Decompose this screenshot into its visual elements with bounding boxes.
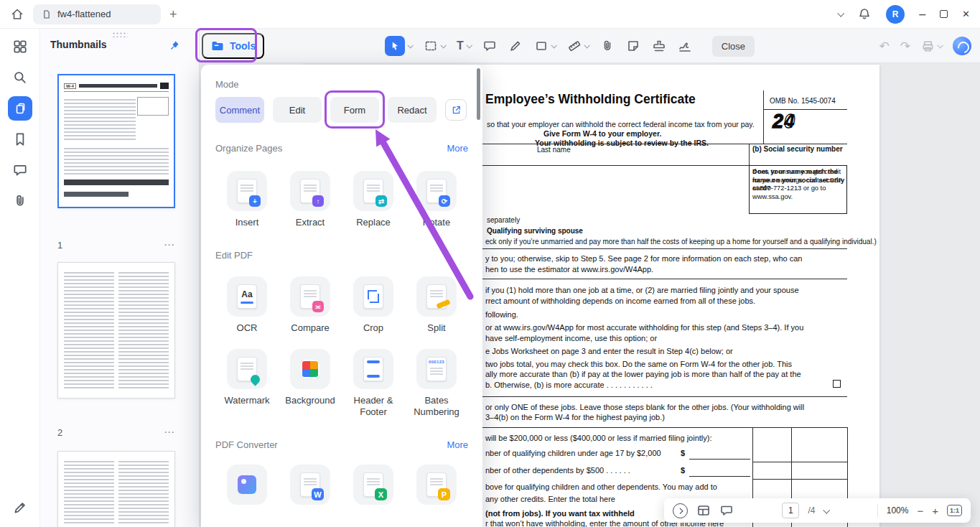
tool-background[interactable]: Background [279,349,342,419]
new-tab-button[interactable]: + [169,8,177,21]
tool-split[interactable]: Split [405,276,468,334]
app-window: fw4-flattened + R – ✕ [0,0,980,527]
signature-tool[interactable] [678,39,692,53]
apps-grid-icon[interactable] [12,39,28,55]
stamp-tool[interactable] [652,39,666,53]
thumbnails-panel: Thumbnails W-4 1 ⋯ 2 ⋯ [40,29,200,527]
attachments-icon[interactable] [12,193,28,209]
zoom-out-button[interactable]: − [917,505,923,517]
pin-icon[interactable] [167,39,180,52]
document-icon [42,9,52,19]
ai-assistant-icon[interactable] [953,37,971,55]
tool-header-footer[interactable]: Header & Footer [342,349,405,419]
tool-pdf-to-word[interactable]: W [279,465,342,505]
toolbar-right-group: ↶ ↷ [879,29,972,63]
search-icon[interactable] [12,70,28,85]
organize-pages-more-link[interactable]: More [447,143,468,154]
comment-tool[interactable] [482,39,497,53]
open-in-new-window-button[interactable] [445,99,467,121]
tool-compare[interactable]: ≍ Compare [279,276,342,334]
comments-panel-icon[interactable] [12,162,28,178]
tool-pdf-to-image[interactable] [215,465,279,505]
tool-insert[interactable]: + Insert [215,171,279,228]
extract-icon: ↑ [300,179,320,203]
snapshot-tool[interactable] [424,39,445,53]
replace-icon: ⇄ [363,179,383,203]
panel-scrollbar[interactable] [477,68,480,120]
pdf-converter-title: PDF Converter [215,439,278,450]
mode-redact-button[interactable]: Redact [388,97,437,123]
notifications-bell-icon[interactable] [857,7,872,22]
redo-icon[interactable]: ↷ [900,39,910,54]
close-button[interactable]: Close [712,36,755,57]
thumb-w4-label: W-4 [64,83,76,89]
left-rail [0,29,40,527]
page-thumbnail-2[interactable] [57,262,175,398]
tool-extract[interactable]: ↑ Extract [279,171,342,228]
crop-icon [363,284,383,309]
insert-icon: + [237,179,257,203]
tool-bates-numbering[interactable]: 000123 Bates Numbering [405,349,468,419]
tools-button[interactable]: Tools [202,33,264,59]
minimize-button[interactable]: – [919,8,925,21]
expand-toolbar-button[interactable] [673,503,688,518]
bookmarks-icon[interactable] [12,131,28,147]
stylus-pen-icon[interactable] [12,500,28,516]
page-number-1: 1 [57,240,62,251]
sticker-tool[interactable] [626,39,640,53]
page-1-more-icon[interactable]: ⋯ [164,238,175,251]
doc-title: Employee’s Withholding Certificate [485,92,696,107]
zoom-in-button[interactable]: + [932,505,938,517]
cursor-icon [385,36,405,56]
ssn-note-box: Does your name match the name on your so… [749,165,847,214]
thumbnails-panel-icon[interactable] [8,96,32,121]
tool-pdf-to-ppt[interactable]: P [405,465,468,505]
tool-watermark[interactable]: Watermark [215,349,279,419]
mode-form-button[interactable]: Form [330,97,379,123]
page-options-chevron-icon[interactable] [823,506,831,513]
user-avatar[interactable]: R [886,5,905,24]
measure-tool[interactable] [567,39,589,53]
mode-label: Mode [215,79,468,90]
page-thumbnail-1[interactable]: W-4 [57,74,175,208]
home-icon[interactable] [10,7,24,22]
form-checkbox[interactable] [833,380,841,388]
page-number-input[interactable]: 1 [782,503,799,518]
attachment-tool[interactable] [600,39,615,53]
rotate-icon: ⟳ [426,179,447,203]
page-thumbnail-3[interactable] [57,451,175,527]
tool-crop[interactable]: Crop [342,276,405,334]
maximize-button[interactable] [940,10,948,18]
undo-icon[interactable]: ↶ [879,39,890,54]
comment-list-icon[interactable] [719,503,734,518]
close-window-button[interactable]: ✕ [962,9,970,19]
text-markup-tool[interactable]: T [457,39,471,52]
tool-pdf-to-excel[interactable]: X [342,465,405,505]
tools-dropdown-panel: Mode Comment Edit Form Redact Organize P… [201,65,482,527]
pdf-converter-grid: W X P [215,465,468,505]
organize-pages-title: Organize Pages [215,143,282,154]
pdf-converter-more-link[interactable]: More [447,439,468,450]
zoom-level[interactable]: 100% [887,505,909,516]
shapes-tool[interactable] [534,39,556,53]
pdf-to-ppt-icon: P [426,472,447,497]
print-tool[interactable] [921,39,942,53]
tab-list-chevron-icon[interactable] [837,10,844,17]
select-tool[interactable] [385,36,412,56]
omb-number: OMB No. 1545-0074 [770,97,836,105]
page-2-more-icon[interactable]: ⋯ [164,426,175,439]
watermark-icon [237,357,257,381]
actual-size-button[interactable]: 1:1 [947,505,962,516]
pencil-tool[interactable] [508,39,523,53]
panel-drag-handle[interactable] [112,32,128,37]
page-organize-icon[interactable] [696,503,711,518]
mode-comment-button[interactable]: Comment [215,97,264,123]
tool-ocr[interactable]: Aa OCR [215,276,279,334]
tool-rotate[interactable]: ⟳ Rotate [405,171,468,228]
document-tab[interactable]: fw4-flattened [33,4,161,24]
background-icon [301,360,319,378]
header-footer-icon [363,357,383,381]
edit-pdf-title: Edit PDF [215,250,253,261]
mode-edit-button[interactable]: Edit [273,97,322,123]
tool-replace[interactable]: ⇄ Replace [342,171,405,228]
